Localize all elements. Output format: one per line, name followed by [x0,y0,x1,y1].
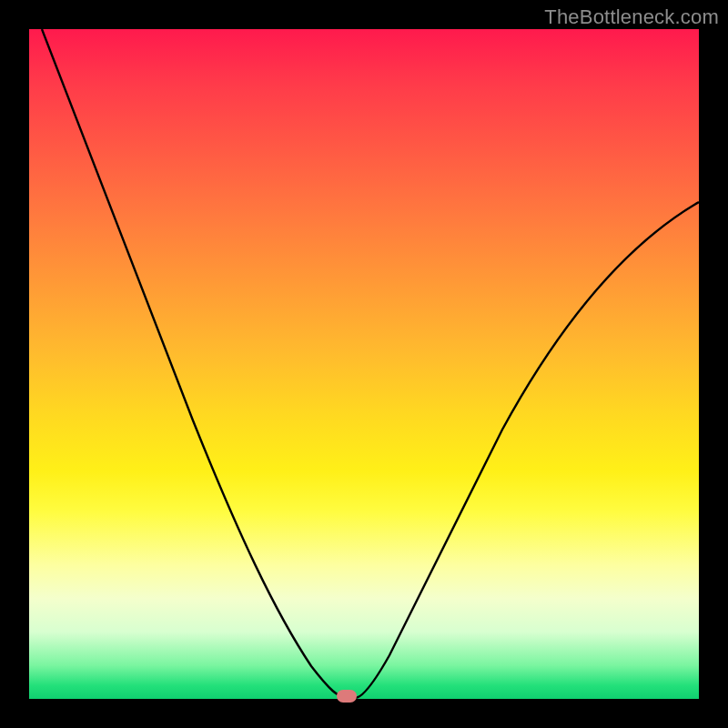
watermark-text: TheBottleneck.com [544,5,719,29]
curve-path [42,29,699,698]
plot-area [29,29,699,699]
optimal-marker [337,690,357,703]
chart-frame: TheBottleneck.com [0,0,728,728]
bottleneck-curve [29,29,699,699]
